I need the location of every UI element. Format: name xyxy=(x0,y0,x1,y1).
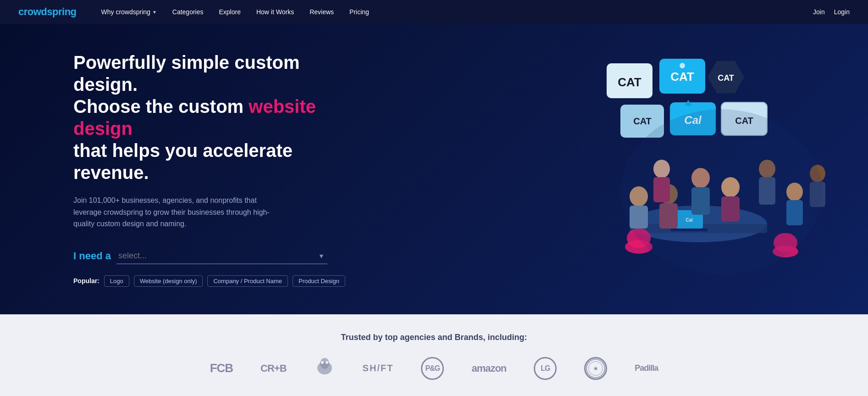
brand-amazon: amazon xyxy=(471,363,506,374)
main-nav: crowdspring Why crowdspring ▼ Categories… xyxy=(0,0,868,24)
nav-how-it-works[interactable]: How it Works xyxy=(250,5,300,19)
svg-point-42 xyxy=(321,361,324,364)
popular-tag-logo[interactable]: Logo xyxy=(104,275,129,287)
nav-explore[interactable]: Explore xyxy=(213,5,247,19)
hero-content: Powerfully simple custom design. Choose … xyxy=(73,51,358,287)
brand-padilla: Padilla xyxy=(635,363,658,373)
trusted-title: Trusted by top agencies and Brands, incl… xyxy=(18,333,850,342)
i-need-a-row: I need a ▼ xyxy=(73,248,358,264)
brand-pg: P&G xyxy=(421,357,444,380)
brand-lg: LG xyxy=(534,357,557,380)
svg-text:★: ★ xyxy=(594,366,599,371)
popular-tag-company-product-name[interactable]: Company / Product Name xyxy=(207,275,288,287)
nav-right: Join Login xyxy=(813,8,850,16)
hero-illustration: CAT CAT CAT CAT Cal CAT xyxy=(584,54,840,284)
popular-row: Popular: Logo Website (design only) Comp… xyxy=(73,275,358,287)
service-select-input[interactable] xyxy=(116,248,327,264)
popular-tag-product-design[interactable]: Product Design xyxy=(293,275,345,287)
nav-categories[interactable]: Categories xyxy=(166,5,210,19)
brand-starbucks: ★ xyxy=(584,357,607,380)
svg-text:CAT: CAT xyxy=(718,73,734,83)
service-select-wrapper: ▼ xyxy=(116,248,327,264)
nav-links: Why crowdspring ▼ Categories Explore How… xyxy=(95,5,813,19)
brand-logos: FCB CR+B SH/FT P&G amazon LG ★ Padilla xyxy=(18,356,850,381)
brand-fcb: FCB xyxy=(210,361,233,375)
logo[interactable]: crowdspring xyxy=(18,6,77,18)
hero-title: Powerfully simple custom design. Choose … xyxy=(73,51,358,184)
brand-crpb: CR+B xyxy=(260,363,287,374)
svg-text:CAT: CAT xyxy=(618,75,641,89)
svg-point-39 xyxy=(620,109,822,274)
chevron-down-icon: ▼ xyxy=(152,10,157,15)
svg-point-43 xyxy=(326,361,328,364)
hero-section: Powerfully simple custom design. Choose … xyxy=(0,24,868,314)
brand-shift: SH/FT xyxy=(363,363,394,374)
nav-reviews[interactable]: Reviews xyxy=(303,5,340,19)
nav-pricing[interactable]: Pricing xyxy=(343,5,376,19)
i-need-a-label: I need a xyxy=(73,250,111,262)
hero-subtitle: Join 101,000+ businesses, agencies, and … xyxy=(73,195,284,230)
svg-point-4 xyxy=(680,63,685,68)
nav-why-crowdspring[interactable]: Why crowdspring ▼ xyxy=(95,5,163,19)
join-link[interactable]: Join xyxy=(813,8,825,16)
login-link[interactable]: Login xyxy=(834,8,850,16)
popular-label: Popular: xyxy=(73,277,100,284)
brand-mailchimp xyxy=(314,356,335,381)
popular-tag-website[interactable]: Website (design only) xyxy=(134,275,203,287)
svg-text:CAT: CAT xyxy=(670,70,694,84)
svg-text:CAT: CAT xyxy=(633,116,652,126)
trusted-section: Trusted by top agencies and Brands, incl… xyxy=(0,314,868,396)
